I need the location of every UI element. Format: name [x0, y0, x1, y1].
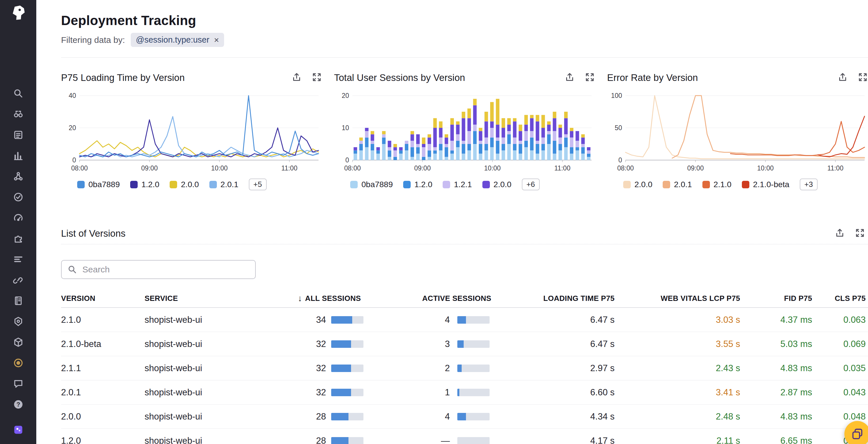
- metrics-icon[interactable]: [12, 149, 25, 162]
- cell-all-sessions: 28: [283, 436, 412, 444]
- legend-more-button[interactable]: +3: [800, 179, 817, 190]
- chart-total-user-sessions[interactable]: 0102008:0009:0010:0011:00: [334, 89, 595, 175]
- cell-cls: 0.069: [815, 339, 868, 349]
- cell-lcp: 2.11 s: [617, 436, 744, 444]
- expand-icon[interactable]: [585, 72, 595, 84]
- cell-fid: 4.83 ms: [744, 363, 815, 374]
- search-input[interactable]: [82, 264, 249, 275]
- legend-item-2.1.0-beta[interactable]: 2.1.0-beta: [742, 180, 789, 189]
- expand-icon[interactable]: [858, 72, 868, 84]
- deployments-target-icon[interactable]: [12, 356, 25, 369]
- col-active-sessions[interactable]: ACTIVE SESSIONS: [412, 294, 539, 303]
- panel-total-user-sessions: Total User Sessions by Version 0102008:0…: [334, 71, 595, 190]
- sidebar: ?: [0, 0, 36, 444]
- cell-service: shopist-web-ui: [145, 436, 283, 444]
- export-icon[interactable]: [837, 72, 848, 84]
- cell-service: shopist-web-ui: [145, 387, 283, 398]
- col-fid[interactable]: FID P75: [744, 294, 815, 303]
- legend-item-2.0.0[interactable]: 2.0.0: [623, 180, 652, 189]
- watchdog-icon[interactable]: [12, 108, 25, 120]
- sort-desc-icon[interactable]: ↓: [298, 293, 302, 303]
- table-row-2.1.0[interactable]: 2.1.0shopist-web-ui3446.47 s3.03 s4.37 m…: [61, 308, 868, 332]
- chat-icon[interactable]: [12, 377, 25, 390]
- table-row-2.0.1[interactable]: 2.0.1shopist-web-ui3216.60 s3.41 s2.87 m…: [61, 380, 868, 405]
- legend-label: 2.0.1: [221, 180, 239, 189]
- col-service[interactable]: SERVICE: [145, 294, 283, 303]
- legend-item-1.2.1[interactable]: 1.2.1: [443, 180, 472, 189]
- table-row-2.1.0-beta[interactable]: 2.1.0-betashopist-web-ui3236.47 s3.55 s5…: [61, 332, 868, 356]
- legend-swatch: [403, 181, 411, 188]
- integrations-puzzle-icon[interactable]: [12, 232, 25, 245]
- chart-error-rate[interactable]: 05010008:0009:0010:0011:00: [607, 89, 868, 175]
- legend-item-1.2.0[interactable]: 1.2.0: [130, 180, 159, 189]
- page-title: Deployment Tracking: [61, 13, 868, 28]
- legend-item-0ba7889[interactable]: 0ba7889: [77, 180, 120, 189]
- legend-item-2.0.0[interactable]: 2.0.0: [483, 180, 512, 189]
- legend-more-button[interactable]: +6: [522, 179, 540, 190]
- notebooks-icon[interactable]: [12, 294, 25, 307]
- cell-all-sessions: 28: [283, 411, 412, 422]
- expand-icon[interactable]: [312, 72, 322, 84]
- legend-label: 0ba7889: [88, 180, 120, 189]
- svg-text:20: 20: [342, 92, 349, 99]
- cell-active-sessions: —: [412, 436, 539, 444]
- security-icon[interactable]: [12, 315, 25, 328]
- legend-item-2.1.0[interactable]: 2.1.0: [703, 180, 732, 189]
- svg-text:?: ?: [16, 401, 20, 408]
- export-icon[interactable]: [835, 228, 845, 239]
- containers-cube-icon[interactable]: [12, 336, 25, 348]
- search-box[interactable]: [61, 260, 256, 279]
- help-icon[interactable]: ?: [12, 398, 25, 411]
- cell-loading-time: 6.47 s: [539, 339, 617, 349]
- cell-all-sessions: 34: [283, 315, 412, 325]
- cell-loading-time: 4.17 s: [539, 436, 617, 444]
- svg-text:0: 0: [618, 156, 622, 164]
- export-icon[interactable]: [291, 72, 302, 84]
- filter-pill[interactable]: @session.type:user ×: [131, 33, 224, 47]
- divider: [61, 244, 868, 245]
- legend-more-button[interactable]: +5: [249, 179, 267, 190]
- legend-item-2.0.0[interactable]: 2.0.0: [169, 180, 199, 189]
- link-icon[interactable]: [12, 274, 25, 286]
- legend-label: 1.2.0: [414, 180, 432, 189]
- table-row-2.0.0[interactable]: 2.0.0shopist-web-ui2844.34 s2.48 s4.83 m…: [61, 405, 868, 429]
- legend-label: 2.1.0: [714, 180, 732, 189]
- cell-loading-time: 6.47 s: [539, 315, 617, 325]
- legend-item-1.2.0[interactable]: 1.2.0: [403, 180, 432, 189]
- col-lcp[interactable]: WEB VITALS LCP P75: [617, 294, 744, 303]
- col-all-sessions[interactable]: ↓ ALL SESSIONS: [283, 293, 412, 303]
- synthetics-check-icon[interactable]: [12, 191, 25, 203]
- col-loading-time[interactable]: LOADING TIME P75: [539, 294, 617, 303]
- chart-p75-loading-time[interactable]: 0204008:0009:0010:0011:00: [61, 89, 322, 175]
- filter-label: Filtering data by:: [61, 35, 125, 45]
- svg-text:0: 0: [72, 156, 76, 164]
- cell-lcp: 2.48 s: [617, 411, 744, 422]
- versions-title: List of Versions: [61, 228, 126, 239]
- workspace-app-icon[interactable]: [12, 423, 25, 436]
- legend-item-2.0.1[interactable]: 2.0.1: [209, 180, 239, 189]
- table-header: VERSION SERVICE ↓ ALL SESSIONS ACTIVE SE…: [61, 289, 868, 308]
- cell-version: 2.0.0: [61, 411, 145, 422]
- search-icon[interactable]: [12, 87, 25, 100]
- logs-icon[interactable]: [12, 128, 25, 141]
- processes-icon[interactable]: [12, 253, 25, 265]
- cell-cls: 0.063: [815, 315, 868, 325]
- expand-icon[interactable]: [855, 228, 865, 239]
- col-cls[interactable]: CLS P75: [815, 294, 868, 303]
- svg-text:20: 20: [68, 124, 76, 132]
- legend-item-0ba7889[interactable]: 0ba7889: [350, 180, 393, 189]
- cell-loading-time: 4.34 s: [539, 411, 617, 422]
- table-row-1.2.0[interactable]: 1.2.0shopist-web-ui28—4.17 s2.11 s6.65 m…: [61, 429, 868, 444]
- cell-version: 2.1.0: [61, 315, 145, 325]
- gauge-icon[interactable]: [12, 211, 25, 224]
- table-row-2.1.1[interactable]: 2.1.1shopist-web-ui3222.97 s2.43 s4.83 m…: [61, 356, 868, 380]
- datadog-logo-icon[interactable]: [9, 4, 27, 23]
- service-network-icon[interactable]: [12, 170, 25, 183]
- export-icon[interactable]: [564, 72, 575, 84]
- legend-swatch: [209, 181, 217, 188]
- col-version[interactable]: VERSION: [61, 294, 145, 303]
- legend-item-2.0.1[interactable]: 2.0.1: [663, 180, 692, 189]
- cell-all-sessions: 32: [283, 363, 412, 374]
- remove-filter-icon[interactable]: ×: [214, 36, 219, 44]
- legend-swatch: [77, 181, 85, 188]
